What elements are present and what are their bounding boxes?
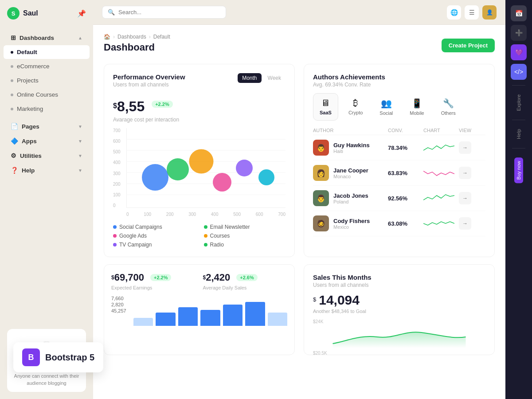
rp-explore-section[interactable]: Explore (514, 91, 523, 114)
perf-subtitle: Users from all channels (113, 82, 185, 88)
tab-social[interactable]: 👥 Social (373, 93, 399, 121)
welcome-subtitle: Anyone can connect with their audience b… (12, 373, 81, 387)
dashboard-header-left: 🏠 › Dashboards › Default Dashboard (104, 34, 170, 57)
author-name: Jacob Jones (333, 192, 368, 199)
perf-header: Performance Overview Users from all chan… (113, 73, 286, 88)
sparkline-svg (423, 218, 454, 229)
create-project-button[interactable]: Create Project (442, 39, 495, 52)
social-icon: 👥 (381, 98, 392, 109)
nav-dot (11, 51, 13, 54)
sidebar-item-default[interactable]: Default (4, 45, 90, 59)
bubble-chart: 700 600 500 400 300 200 100 0 (113, 128, 286, 217)
tab-saas[interactable]: 🖥 SaaS (313, 93, 338, 121)
sparkline-svg (423, 142, 454, 153)
help-label: Help (516, 129, 521, 139)
metric-badge: +2.2% (152, 101, 173, 108)
legend-label: Email Newsletter (210, 224, 250, 230)
tab-crypto[interactable]: ₿ Crypto (342, 93, 369, 121)
sidebar-item-projects[interactable]: Projects (4, 74, 90, 87)
earnings-value-row: $69,700 +2.2% (111, 272, 196, 283)
author-info: 👨 Jacob Jones Poland (313, 190, 388, 206)
col-conv: CONV. (388, 128, 423, 133)
bootstrap-badge: B Bootstrap 5 (13, 342, 103, 372)
help-icon: ❓ (11, 167, 18, 174)
author-name: Jane Cooper (333, 167, 368, 174)
view-button[interactable]: → (459, 167, 471, 179)
earnings-label: Expected Earnings (111, 285, 196, 290)
legend-label: Google Ads (119, 233, 147, 239)
tab-week[interactable]: Week (263, 73, 286, 83)
rp-help-section[interactable]: Help (514, 125, 523, 143)
table-header: AUTHOR CONV. CHART VIEW (313, 126, 485, 135)
x-axis-labels: 0 100 200 300 400 500 600 700 (126, 212, 286, 217)
sidebar-item-apps[interactable]: 🔷 Apps ▼ (4, 134, 90, 148)
sidebar-header: S Saul 📌 (0, 0, 93, 27)
expected-earnings: $69,700 +2.2% Expected Earnings (111, 272, 196, 290)
mobile-icon: 📱 (411, 98, 422, 109)
view-button[interactable]: → (459, 141, 471, 154)
authors-table: AUTHOR CONV. CHART VIEW 👨 Guy Hawkins Ha… (313, 126, 485, 236)
topbar-notification-icon[interactable]: 🌐 (447, 5, 461, 20)
online-courses-label: Online Courses (17, 91, 58, 98)
author-location: Mexico (333, 224, 370, 230)
pin-icon[interactable]: 📌 (77, 9, 86, 18)
legend-tv-campaign: TV Campaign (113, 242, 195, 248)
topbar-menu-icon[interactable]: ☰ (465, 5, 479, 20)
view-button[interactable]: → (459, 192, 471, 204)
bubble-5 (236, 160, 253, 176)
sidebar-item-pages[interactable]: 📄 Pages ▼ (4, 119, 90, 133)
table-row: 👩 Jane Cooper Monaco 63.83% (313, 160, 485, 186)
tab-month[interactable]: Month (238, 73, 261, 83)
rp-code-icon[interactable]: </> (511, 64, 527, 80)
sidebar: S Saul 📌 ⊞ Dashboards ▲ Default eCommerc… (0, 0, 93, 399)
bar-3 (178, 307, 198, 326)
legend-label: TV Campaign (119, 242, 152, 248)
legend-label: Social Campaigns (119, 224, 162, 230)
legend-social-campaigns: Social Campaigns (113, 224, 195, 230)
bar-7 (268, 313, 287, 326)
search-box[interactable]: 🔍 (102, 6, 226, 19)
app-name: Saul (23, 9, 38, 17)
sales-subtitle: Users from all channels (313, 282, 485, 288)
author-info: 👩 Jane Cooper Monaco (313, 165, 388, 181)
daily-sales: $2,420 +2.6% Average Daily Sales (203, 272, 288, 290)
sidebar-item-marketing[interactable]: Marketing (4, 102, 90, 116)
sidebar-item-utilities[interactable]: ⚙ Utilities ▼ (4, 149, 90, 163)
sidebar-item-online-courses[interactable]: Online Courses (4, 88, 90, 102)
bottom-grid: $69,700 +2.2% Expected Earnings $2,420 +… (104, 264, 495, 355)
legend-dot (113, 243, 117, 246)
rp-purple-icon[interactable]: 💜 (511, 44, 527, 60)
chevron-icon: ▼ (78, 153, 82, 158)
bootstrap-label: Bootstrap 5 (45, 352, 94, 363)
sales-badge: +2.6% (236, 274, 258, 281)
sales-value-row: $ 14,094 (313, 293, 485, 308)
sidebar-item-help[interactable]: ❓ Help ▼ (4, 163, 90, 177)
buy-label: Buy now (514, 157, 523, 183)
rp-calendar-icon[interactable]: 📅 (511, 5, 527, 21)
user-avatar[interactable]: 👤 (482, 5, 497, 20)
tab-others[interactable]: 🔧 Others (434, 93, 462, 121)
breadcrumb-dashboards[interactable]: Dashboards (117, 34, 146, 40)
sidebar-item-ecommerce[interactable]: eCommerce (4, 59, 90, 73)
sparkline-chart (423, 193, 459, 203)
rp-divider-3 (512, 148, 525, 149)
performance-card: Performance Overview Users from all chan… (104, 64, 295, 257)
view-button[interactable]: → (459, 217, 471, 230)
nav-dot (11, 65, 13, 68)
sparkline-svg (423, 193, 454, 203)
metric-label: Avarage cost per interaction (113, 117, 286, 123)
sidebar-item-dashboards[interactable]: ⊞ Dashboards ▲ (4, 31, 90, 45)
table-row: 👨 Guy Hawkins Haiti 78.34% (313, 135, 485, 160)
sales-area-chart (313, 326, 485, 348)
rp-add-icon[interactable]: ➕ (511, 25, 527, 41)
author-details: Jane Cooper Monaco (333, 167, 368, 179)
sparkline-svg (423, 168, 454, 178)
sparkline-chart (423, 168, 459, 178)
breadcrumb-home-icon: 🏠 (104, 34, 110, 40)
search-input[interactable] (118, 9, 207, 16)
rp-buy-section[interactable]: Buy now (512, 154, 525, 187)
tab-mobile[interactable]: 📱 Mobile (403, 93, 430, 121)
legend-dot (113, 234, 117, 238)
earnings-badge: +2.2% (150, 274, 172, 281)
legend-dot (204, 243, 207, 246)
